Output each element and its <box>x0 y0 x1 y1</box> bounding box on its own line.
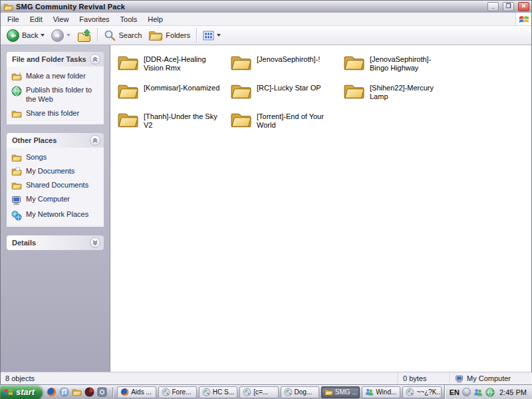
hide-icons-chevron-icon[interactable]: ‹ <box>462 388 471 396</box>
itunes-icon[interactable] <box>59 387 69 397</box>
menu-view[interactable]: View <box>48 13 74 25</box>
folder-icon[interactable] <box>72 387 82 397</box>
firefox-icon <box>120 388 129 396</box>
restore-button[interactable]: ❐ <box>503 2 514 11</box>
folder-tile[interactable]: [Kommisar]-Konamized <box>117 82 230 110</box>
toolbar-separator <box>97 28 98 43</box>
taskbar-button-c[interactable]: [c=... <box>239 386 278 398</box>
taskbar-button-label: Dog... <box>295 388 313 396</box>
taskbar-button-hcs[interactable]: HC S... <box>199 386 237 398</box>
folder-name: [RC]-Lucky Star OP <box>257 82 321 92</box>
place-my-computer[interactable]: My Computer <box>11 195 101 205</box>
explorer-window: SMG Community Revival Pack _ ❐ ✕ File Ed… <box>0 0 532 384</box>
menu-help[interactable]: Help <box>142 13 168 25</box>
toolbar-separator <box>196 28 197 43</box>
language-indicator[interactable]: EN <box>450 388 460 396</box>
taskbar-button-label: Fore... <box>172 388 192 396</box>
collapse-chevron-icon[interactable] <box>90 135 100 146</box>
clock[interactable]: 2:45 PM <box>497 388 527 396</box>
messenger-person-icon[interactable] <box>473 388 483 397</box>
folders-button[interactable]: Folders <box>145 27 194 44</box>
wmp-icon[interactable] <box>97 387 107 397</box>
panel-header-file-folder-tasks[interactable]: File and Folder Tasks <box>7 52 104 66</box>
place-my-network-places[interactable]: My Network Places <box>11 210 101 221</box>
folder-tile[interactable]: [JenovaSephiroth]-! <box>230 53 343 82</box>
folder-icon <box>343 82 365 100</box>
task-make-new-folder[interactable]: Make a new folder <box>11 72 101 81</box>
menu-edit[interactable]: Edit <box>25 13 48 25</box>
task-publish-folder-web[interactable]: Publish this folder to the Web <box>11 86 101 104</box>
panel-title: Details <box>12 239 36 247</box>
collapse-chevron-icon[interactable] <box>90 54 100 65</box>
dish-icon <box>284 388 293 396</box>
taskbar-button-label: Wind... <box>376 388 396 396</box>
panel-title: File and Folder Tasks <box>12 55 86 63</box>
firefox-icon[interactable] <box>47 387 57 397</box>
folder-tile[interactable]: [Shihen22]-Mercury Lamp <box>343 82 456 110</box>
panel-other-places: Other Places Songs My Documents <box>7 133 104 227</box>
window-body: File and Folder Tasks Make a new folder <box>1 45 531 372</box>
expand-chevron-icon[interactable] <box>90 237 100 248</box>
publish-web-icon <box>11 86 22 96</box>
panel-header-other-places[interactable]: Other Places <box>7 133 104 148</box>
search-button[interactable]: Search <box>100 27 145 44</box>
taskbar-button-fore[interactable]: Fore... <box>158 386 197 398</box>
folder-icon <box>325 388 333 396</box>
taskbar-button-label: ~~¿?K... <box>416 388 441 396</box>
dish-icon <box>406 388 414 396</box>
up-folder-icon <box>77 29 91 43</box>
folder-tile[interactable]: [Thanh]-Under the Sky V2 <box>117 110 230 139</box>
taskbar-button-label: Aids ... <box>131 388 152 396</box>
status-zone-label: My Computer <box>467 374 511 382</box>
panel-file-folder-tasks: File and Folder Tasks Make a new folder <box>7 52 104 124</box>
media-player-icon[interactable] <box>84 387 94 397</box>
views-icon <box>203 31 214 41</box>
my-documents-icon <box>11 167 22 176</box>
place-label: Songs <box>26 153 47 162</box>
place-songs[interactable]: Songs <box>11 153 101 162</box>
task-share-folder[interactable]: Share this folder <box>11 109 101 118</box>
folder-tile[interactable]: [Torrent]-End of Your World <box>230 110 343 139</box>
views-button[interactable] <box>200 27 224 44</box>
minimize-button[interactable]: _ <box>487 2 499 11</box>
taskbar-button-wind[interactable]: Wind... <box>362 386 400 398</box>
status-objects: 8 objects <box>1 372 398 384</box>
forward-arrow-icon <box>51 29 64 42</box>
up-button[interactable] <box>74 27 94 44</box>
back-button[interactable]: Back <box>3 27 48 44</box>
new-folder-icon <box>11 72 22 81</box>
place-my-documents[interactable]: My Documents <box>11 167 101 176</box>
folder-icon <box>11 153 22 162</box>
back-label: Back <box>22 31 38 39</box>
search-icon <box>104 29 116 41</box>
status-size: 0 bytes <box>398 372 450 384</box>
folder-tile[interactable]: [RC]-Lucky Star OP <box>230 82 343 110</box>
menu-favorites[interactable]: Favorites <box>74 13 114 25</box>
panel-header-details[interactable]: Details <box>7 235 104 250</box>
shared-documents-icon <box>11 181 22 190</box>
taskbar-button-dog[interactable]: Dog... <box>281 386 319 398</box>
folder-tile[interactable]: [JenovaSephiroth]-Bingo Highway <box>343 53 456 82</box>
forward-button[interactable] <box>48 27 74 44</box>
taskbar-button-k[interactable]: ~~¿?K... <box>402 386 441 398</box>
start-button[interactable]: start <box>0 385 43 399</box>
folder-name: [Shihen22]-Mercury Lamp <box>370 82 447 101</box>
taskbar-button-smg-active[interactable]: SMG ... <box>321 386 360 398</box>
file-list-area: [DDR-Ace]-Healing Vision Rmx [JenovaSeph… <box>110 45 531 372</box>
folder-tile[interactable]: [DDR-Ace]-Healing Vision Rmx <box>117 53 230 82</box>
window-title: SMG Community Revival Pack <box>16 3 483 11</box>
taskbar-button-aids[interactable]: Aids ... <box>117 386 156 398</box>
close-button[interactable]: ✕ <box>518 2 529 11</box>
title-bar[interactable]: SMG Community Revival Pack _ ❐ ✕ <box>1 1 531 13</box>
green-status-icon[interactable] <box>485 388 495 397</box>
my-computer-icon <box>455 374 464 383</box>
place-label: My Network Places <box>26 210 88 219</box>
menu-file[interactable]: File <box>2 13 25 25</box>
windows-logo-icon <box>515 13 531 25</box>
panel-details: Details <box>7 235 104 250</box>
place-shared-documents[interactable]: Shared Documents <box>11 181 101 190</box>
toolbar: Back Search Folders <box>1 26 531 45</box>
folder-icon <box>117 110 139 128</box>
menu-tools[interactable]: Tools <box>115 13 143 25</box>
messenger-icon <box>365 388 374 396</box>
